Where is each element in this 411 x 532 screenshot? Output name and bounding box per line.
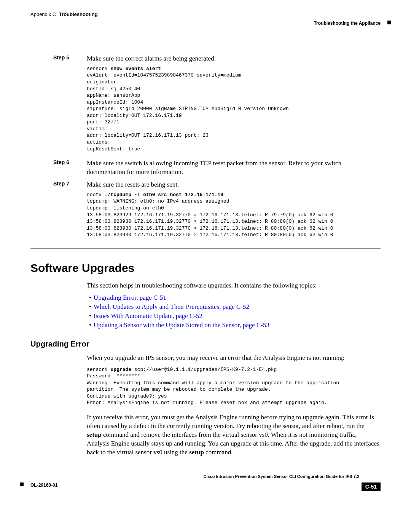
p2-b: command and remove the interfaces from t… [87,431,379,456]
link-updating-sensor[interactable]: Updating a Sensor with the Update Stored… [94,321,269,329]
bullet-icon: • [87,312,94,320]
step-5-text: Make sure the correct alarms are being g… [87,54,381,63]
sub-p1: When you upgrade an IPS sensor, you may … [87,354,381,363]
step-7-label: Step 7 [53,181,87,187]
p2-a: If you receive this error, you must get … [87,414,374,430]
code-body: Password: ******** Warning: Executing th… [87,373,339,406]
setup-cmd: setup [189,449,204,456]
sub-p2: If you receive this error, you must get … [87,413,381,457]
section-divider [30,248,381,249]
link-which-updates[interactable]: Which Updates to Apply and Their Prerequ… [94,303,249,311]
step-6: Step 6 Make sure the switch is allowing … [30,159,381,177]
header-square-icon [387,21,391,24]
page-number: C-51 [362,482,381,491]
bullet-icon: • [87,294,94,302]
subsection-heading: Upgrading Error [30,340,381,348]
appendix-title: Troubleshooting [59,11,98,17]
p2-c: command. [204,449,233,456]
code-body: tcpdump: WARNING: eth0: no IPv4 address … [87,198,333,238]
step-5-code: sensor# show events alert evAlert: event… [87,66,381,152]
step-6-label: Step 6 [53,159,87,165]
section-heading: Software Upgrades [30,262,381,275]
link-auto-update[interactable]: Issues With Automatic Update, page C-52 [94,312,202,320]
appendix-label: Appendix C [30,11,56,17]
code-command: ./tcpdump -i eth0 src host 172.16.171.19 [105,192,223,198]
bullet-icon: • [87,321,94,329]
step-7-text: Make sure the resets are being sent. [87,181,381,189]
footer-ol: OL-29168-01 [30,482,57,488]
page-footer: Cisco Intrusion Prevention System Sensor… [30,480,381,495]
step-7-code: root# ./tcpdump -i eth0 src host 172.16.… [87,192,381,238]
page-header: Appendix C Troubleshooting Troubleshooti… [30,11,381,20]
code-command: show events alert [110,66,161,72]
bullet-icon: • [87,303,94,311]
code-command: upgrade [110,367,131,372]
setup-cmd: setup [87,431,102,438]
step-6-text: Make sure the switch is allowing incomin… [87,159,381,177]
header-left: Appendix C Troubleshooting [30,11,98,17]
step-5-label: Step 5 [53,54,87,61]
code-arg: scp://user@10.1.1.1/upgrades/IPS-K9-7.2-… [131,367,277,372]
link-upgrading-error[interactable]: Upgrading Error, page C-51 [94,294,166,302]
step-5: Step 5 Make sure the correct alarms are … [30,54,381,63]
code-prompt: root# [87,192,105,198]
code-prompt: sensor# [87,367,110,372]
code-body: evAlert: eventId=1047575239898467370 sev… [87,72,289,152]
section-intro: This section helps in troubleshooting so… [87,281,381,290]
footer-square-icon [20,482,24,486]
section-links: •Upgrading Error, page C-51 •Which Updat… [87,294,381,329]
step-7: Step 7 Make sure the resets are being se… [30,181,381,189]
upgrade-code: sensor# upgrade scp://user@10.1.1.1/upgr… [87,366,381,406]
code-prompt: sensor# [87,66,110,72]
header-section: Troubleshooting the Appliance [314,21,381,26]
footer-guide: Cisco Intrusion Prevention System Sensor… [201,474,362,479]
